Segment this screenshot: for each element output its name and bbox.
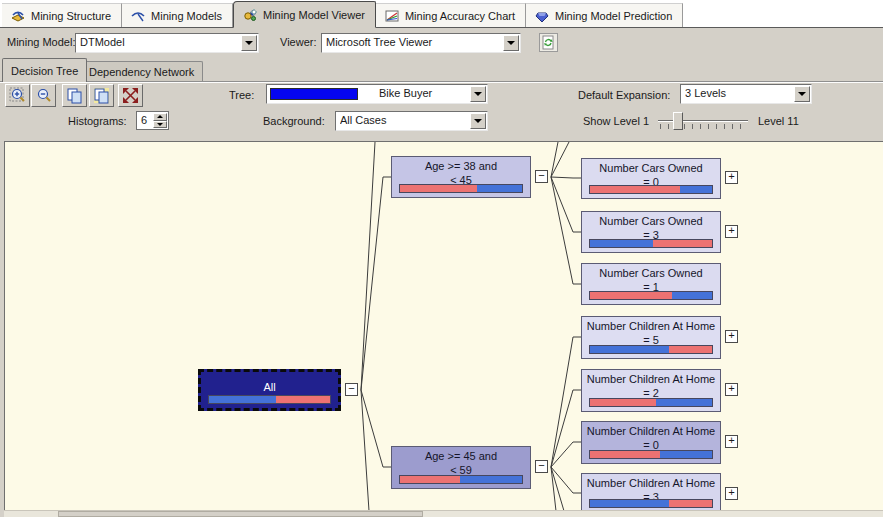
node-label: Number Children At Home [582, 424, 720, 438]
histogram-segment-blue [209, 396, 276, 403]
histogram-segment-blue [660, 451, 712, 458]
chevron-down-icon[interactable] [470, 113, 486, 129]
tree-node-kids5[interactable]: Number Children At Home= 5 [581, 316, 721, 359]
expand-node-icon[interactable]: + [725, 487, 738, 500]
tab-dependency-network[interactable]: Dependency Network [80, 61, 203, 81]
tree-node-cars1[interactable]: Number Cars Owned= 1 [581, 263, 721, 305]
histogram-segment-blue [680, 186, 712, 193]
tree-color-swatch [270, 88, 358, 100]
chevron-down-icon[interactable] [503, 35, 519, 51]
histograms-value: 6 [141, 114, 147, 126]
histogram-segment-salmon [669, 500, 712, 507]
level-max-label: Level 11 [758, 115, 799, 127]
size-to-fit-icon [122, 87, 139, 104]
histogram-segment-salmon [590, 186, 680, 193]
background-combo[interactable]: All Cases [335, 111, 488, 131]
collapse-node-icon[interactable]: − [535, 170, 548, 183]
default-expansion-combo[interactable]: 3 Levels [680, 84, 812, 104]
node-label: Number Children At Home [582, 372, 720, 386]
level-slider-track[interactable] [658, 120, 748, 122]
tab-label: Mining Structure [31, 10, 111, 22]
expand-node-icon[interactable]: + [725, 225, 738, 238]
chevron-down-icon[interactable] [794, 86, 810, 102]
default-expansion-value: 3 Levels [685, 87, 791, 99]
tab-mining-model-viewer[interactable]: Mining Model Viewer [233, 1, 376, 28]
tree-node-age45[interactable]: Age >= 45 and< 59 [391, 446, 531, 489]
tab-label: Mining Models [151, 10, 222, 22]
node-histogram [399, 184, 523, 193]
node-histogram [589, 239, 713, 248]
tree-node-cars0[interactable]: Number Cars Owned= 0 [581, 158, 721, 199]
zoom-out-button[interactable] [31, 84, 56, 107]
copy-all-icon [93, 87, 110, 104]
document-tab-strip: Mining Structure Mining Models Mining Mo… [0, 0, 883, 28]
chevron-down-icon[interactable] [470, 86, 486, 102]
node-label: Age >= 45 and [392, 449, 530, 463]
chevron-down-icon[interactable] [241, 35, 257, 51]
level-slider-thumb[interactable] [673, 112, 683, 130]
tab-mining-structure[interactable]: Mining Structure [2, 3, 122, 27]
node-histogram [589, 398, 713, 407]
node-histogram [208, 395, 331, 404]
size-to-fit-button[interactable] [118, 84, 143, 107]
mining-accuracy-chart-icon [384, 8, 400, 24]
zoom-out-icon [35, 87, 53, 105]
tab-decision-tree[interactable]: Decision Tree [2, 58, 87, 82]
tree-node-kids0[interactable]: Number Children At Home= 0 [581, 421, 721, 464]
histogram-segment-salmon [400, 185, 477, 192]
tree-node-cars3[interactable]: Number Cars Owned= 3 [581, 211, 721, 253]
node-label: Number Children At Home [582, 476, 720, 490]
default-expansion-label: Default Expansion: [578, 89, 670, 101]
zoom-in-button[interactable] [5, 84, 30, 107]
histogram-segment-salmon [400, 476, 460, 483]
mining-model-label: Mining Model: [7, 36, 75, 48]
histogram-segment-blue [590, 240, 653, 247]
mining-model-combo[interactable]: DTModel [75, 33, 259, 53]
histogram-segment-blue [477, 185, 522, 192]
copy-graph-view-button[interactable] [62, 84, 87, 107]
expand-node-icon[interactable]: + [725, 330, 738, 343]
tree-node-kids3[interactable]: Number Children At Home= 3 [581, 473, 721, 510]
copy-entire-graph-button[interactable] [89, 84, 114, 107]
refresh-button[interactable] [539, 33, 558, 52]
expand-node-icon[interactable]: + [725, 435, 738, 448]
refresh-icon [542, 35, 555, 50]
histogram-segment-blue [590, 346, 669, 353]
histogram-segment-salmon [590, 292, 672, 299]
histogram-segment-blue [672, 292, 712, 299]
expand-node-icon[interactable]: + [725, 171, 738, 184]
tab-label: Mining Model Viewer [263, 9, 365, 21]
tab-mining-models[interactable]: Mining Models [122, 3, 233, 27]
viewer-combo[interactable]: Microsoft Tree Viewer [321, 33, 521, 53]
histogram-segment-blue [460, 476, 522, 483]
tree-combo[interactable]: Bike Buyer [266, 84, 488, 104]
tree-node-age38[interactable]: Age >= 38 and< 45 [391, 156, 531, 198]
zoom-in-icon [9, 87, 27, 105]
histograms-spinner[interactable]: 6 [136, 111, 169, 130]
tab-mining-model-prediction[interactable]: Mining Model Prediction [526, 3, 683, 27]
tree-node-kids2[interactable]: Number Children At Home= 2 [581, 369, 721, 412]
expand-node-icon[interactable]: + [725, 383, 738, 396]
spinner-up-button[interactable] [153, 113, 167, 121]
spinner-down-button[interactable] [153, 121, 167, 129]
viewer-label: Viewer: [280, 36, 316, 48]
tree-label: Tree: [229, 89, 254, 101]
tab-label: Dependency Network [89, 66, 194, 78]
tree-node-all[interactable]: All [198, 369, 341, 411]
node-histogram [589, 291, 713, 300]
tab-mining-accuracy-chart[interactable]: Mining Accuracy Chart [376, 3, 526, 27]
tab-label: Decision Tree [11, 65, 78, 77]
node-label: Number Cars Owned [582, 161, 720, 175]
node-histogram [589, 185, 713, 194]
collapse-node-icon[interactable]: − [535, 460, 548, 473]
horizontal-scrollbar-thumb[interactable] [58, 511, 423, 517]
collapse-node-icon[interactable]: − [345, 383, 358, 396]
histogram-segment-salmon [590, 451, 660, 458]
histogram-segment-salmon [653, 240, 712, 247]
horizontal-scrollbar[interactable] [4, 510, 883, 517]
mining-designer-window: Mining Structure Mining Models Mining Mo… [0, 0, 883, 517]
histogram-segment-blue [590, 500, 669, 507]
mining-model-viewer-icon [242, 7, 258, 23]
node-label: Number Cars Owned [582, 214, 720, 228]
background-label: Background: [263, 115, 325, 127]
